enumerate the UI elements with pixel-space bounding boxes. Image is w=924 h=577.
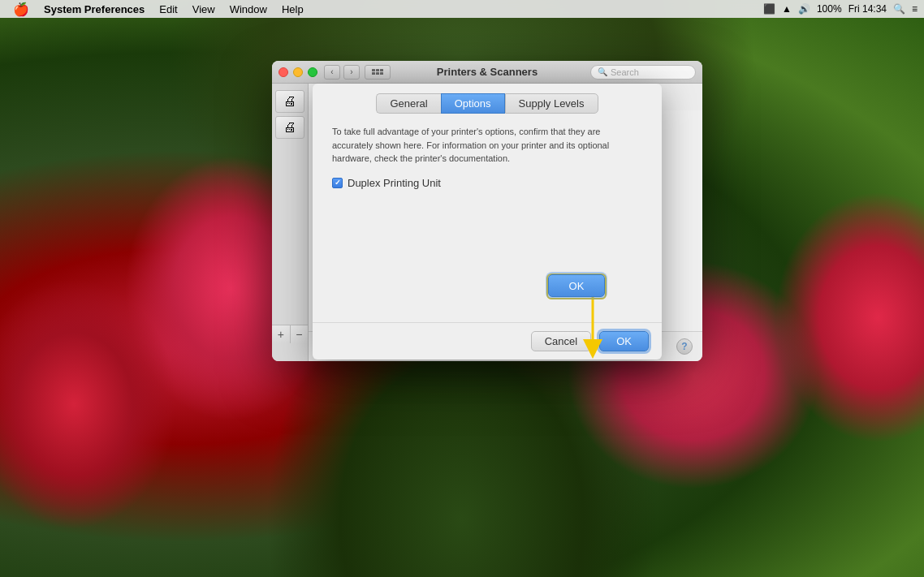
menubar: 🍎 System Preferences Edit View Window He… <box>0 0 924 18</box>
options-sheet: General Options Supply Levels To take fu… <box>313 84 662 360</box>
nav-buttons: ‹ › <box>324 65 360 80</box>
help-button[interactable]: ? <box>676 338 693 355</box>
menubar-left: 🍎 System Preferences Edit View Window He… <box>6 2 310 17</box>
volume-icon: 🔊 <box>798 3 810 15</box>
printer-icon-2[interactable]: 🖨 <box>275 116 304 139</box>
minimize-button[interactable] <box>293 67 303 77</box>
spotlight-icon[interactable]: 🔍 <box>893 3 905 15</box>
battery-status: 100% <box>817 3 842 15</box>
window-title: Printers & Scanners <box>437 66 538 78</box>
remove-printer-button[interactable]: − <box>291 325 309 343</box>
apple-menu[interactable]: 🍎 <box>6 2 36 17</box>
add-printer-button[interactable]: + <box>272 325 291 343</box>
search-icon: 🔍 <box>598 67 607 76</box>
app-name[interactable]: System Preferences <box>37 2 151 17</box>
traffic-lights <box>278 67 317 77</box>
menu-edit[interactable]: Edit <box>153 2 184 17</box>
window-search[interactable]: 🔍 Search <box>590 65 696 80</box>
desktop: 🍎 System Preferences Edit View Window He… <box>0 0 924 577</box>
menubar-right: ⬛ ▲ 🔊 100% Fri 14:34 🔍 ≡ <box>763 3 918 15</box>
menu-window[interactable]: Window <box>223 2 274 17</box>
menu-help[interactable]: Help <box>275 2 310 17</box>
sheet-footer: Cancel OK <box>313 322 662 360</box>
sheet-content: To take full advantage of your printer's… <box>313 114 662 322</box>
grid-icon <box>372 69 383 75</box>
check-mark: ✓ <box>335 179 341 187</box>
grid-view-button[interactable] <box>365 65 391 80</box>
cancel-button[interactable]: Cancel <box>531 331 591 351</box>
search-placeholder: Search <box>611 67 639 77</box>
bluetooth-icon: ⬛ <box>763 3 775 15</box>
menu-view[interactable]: View <box>186 2 222 17</box>
ok-button[interactable]: OK <box>599 331 649 351</box>
sheet-tab-general[interactable]: General <box>376 93 440 114</box>
window-titlebar: ‹ › Printers & Scanners 🔍 Search <box>272 61 702 84</box>
ok-callout[interactable]: OK <box>548 274 605 297</box>
duplex-label: Duplex Printing Unit <box>348 177 441 189</box>
window-sidebar: 🖨 🖨 + − <box>272 84 309 361</box>
close-button[interactable] <box>278 67 288 77</box>
sheet-description: To take full advantage of your printer's… <box>332 125 642 166</box>
duplex-checkbox[interactable]: ✓ <box>332 178 343 188</box>
sheet-tab-supply[interactable]: Supply Levels <box>505 93 598 114</box>
back-button[interactable]: ‹ <box>324 65 340 80</box>
forward-button[interactable]: › <box>343 65 360 80</box>
maximize-button[interactable] <box>308 67 317 77</box>
notification-icon[interactable]: ≡ <box>912 3 918 15</box>
wifi-icon: ▲ <box>782 3 792 15</box>
sheet-tab-options[interactable]: Options <box>441 93 505 114</box>
checkbox-row: ✓ Duplex Printing Unit <box>332 177 642 189</box>
clock: Fri 14:34 <box>848 3 887 15</box>
printer-icon-1[interactable]: 🖨 <box>275 90 304 113</box>
sheet-tab-bar: General Options Supply Levels <box>313 84 662 114</box>
